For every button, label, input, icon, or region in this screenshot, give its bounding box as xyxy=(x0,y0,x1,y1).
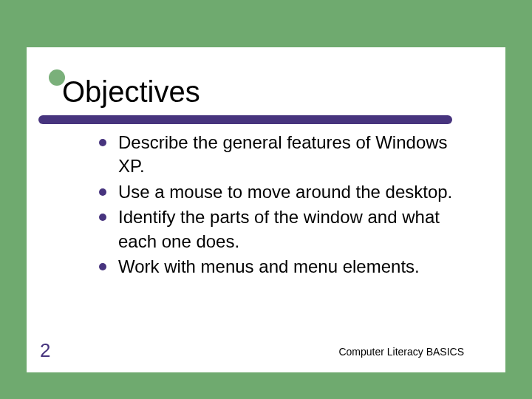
bullet-list: Describe the general features of Windows… xyxy=(99,131,476,279)
title-area: Objectives xyxy=(27,47,505,109)
list-item: Use a mouse to move around the desktop. xyxy=(99,180,476,204)
title-underline xyxy=(38,115,452,124)
slide-title: Objectives xyxy=(62,75,505,109)
list-item: Work with menus and menu elements. xyxy=(99,255,476,279)
content-area: Describe the general features of Windows… xyxy=(27,109,505,279)
list-item: Identify the parts of the window and wha… xyxy=(99,205,476,253)
footer-text: Computer Literacy BASICS xyxy=(338,346,464,358)
slide: Objectives Describe the general features… xyxy=(27,47,505,372)
list-item: Describe the general features of Windows… xyxy=(99,131,476,179)
page-number: 2 xyxy=(40,339,50,362)
